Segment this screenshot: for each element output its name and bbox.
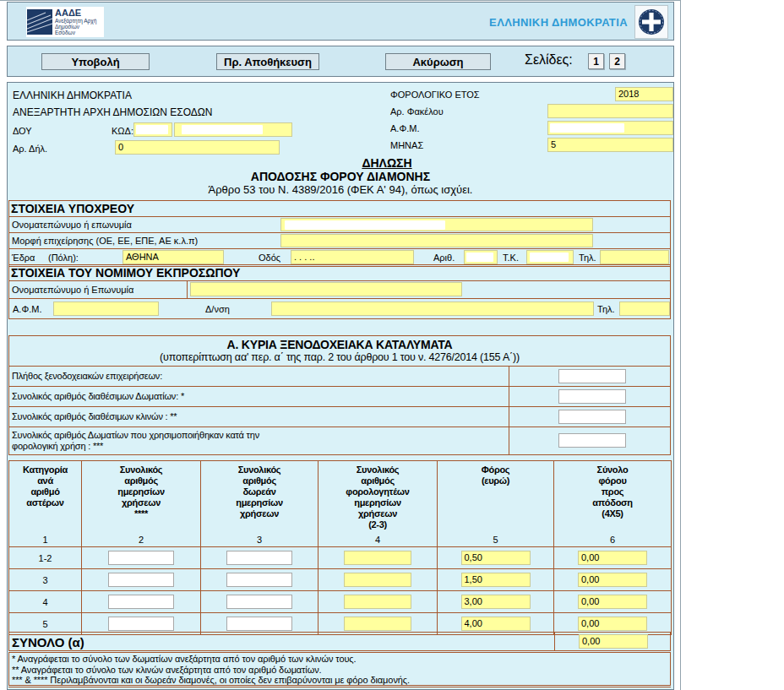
divider xyxy=(509,367,509,386)
aade-logo-subtitle: Ανεξάρτητη Αρχή Δημοσίων Εσόδων xyxy=(55,18,99,35)
uses-input-r0[interactable] xyxy=(108,551,174,565)
kod-label: ΚΩΔ: xyxy=(112,126,133,136)
rooms-available-input[interactable] xyxy=(558,389,626,404)
afm-label: Α.Φ.Μ. xyxy=(390,123,419,133)
rep-name-field[interactable] xyxy=(190,282,462,296)
uses-input-r1[interactable] xyxy=(108,573,174,587)
divider xyxy=(509,387,509,406)
city-field[interactable]: ΑΘΗΝΑ xyxy=(122,250,224,264)
obligor-section: ΣΤΟΙΧΕΙΑ ΥΠΟΧΡΕΟΥ Ονοματεπώνυμο ή επωνυμ… xyxy=(8,200,671,267)
business-form-label: Μορφή επιχείρησης (ΟΕ, ΕΕ, ΕΠΕ, ΑΕ κ.λ.π… xyxy=(12,236,198,246)
form-title-line1: ΔΗΛΩΣΗ xyxy=(8,156,720,170)
grand-total-field[interactable]: 0,00 xyxy=(579,634,648,649)
declaration-number-field[interactable]: 0 xyxy=(115,140,280,155)
afm-field[interactable] xyxy=(547,121,673,135)
divider xyxy=(187,281,188,298)
rep-phone-field[interactable] xyxy=(619,302,670,316)
table-row: 4 3,00 0,00 xyxy=(9,591,672,613)
representative-heading: ΣΤΟΙΧΕΙΑ ΤΟΥ ΝΟΜΙΜΟΥ ΕΚΠΡΟΣΩΠΟΥ xyxy=(9,265,670,281)
footnote-1: * Αναγράφεται το σύνολο των δωματίων ανε… xyxy=(12,654,667,665)
month-label: ΜΗΝΑΣ xyxy=(390,140,423,150)
row-total-field-r2[interactable]: 0,00 xyxy=(578,595,647,609)
footnotes: * Αναγράφεται το σύνολο των δωματίων ανε… xyxy=(8,652,671,686)
rep-name-row: Ονοματεπώνυμο ή Επωνυμία xyxy=(9,281,670,298)
redacted-value xyxy=(136,125,168,134)
taxable-uses-field-r3[interactable] xyxy=(344,617,411,631)
category-cell: 4 xyxy=(9,591,82,613)
free-uses-input-r0[interactable] xyxy=(226,551,292,565)
col-header-category: Κατηγορία ανά αριθμό αστέρων1 xyxy=(9,461,82,547)
rate-table-header-row: Κατηγορία ανά αριθμό αστέρων1 Συνολικός … xyxy=(9,461,672,547)
taxable-uses-field-r0[interactable] xyxy=(344,551,411,565)
city-label: (Πόλη): xyxy=(48,253,79,263)
beds-available-label: Συνολικός αριθμός διαθέσιμων κλινών : ** xyxy=(12,411,177,421)
col-header-taxable-uses: Συνολικός αριθμός φορολογητέων ημερησίων… xyxy=(318,461,438,547)
row-total-field-r3[interactable]: 0,00 xyxy=(578,617,647,631)
hotel-count-input[interactable] xyxy=(558,369,626,383)
agency-line2: ΑΝΕΞΑΡΤΗΤΗ ΑΡΧΗ ΔΗΜΟΣΙΩΝ ΕΣΟΔΩΝ xyxy=(13,106,212,118)
row-total-field-r1[interactable]: 0,00 xyxy=(578,573,647,587)
window-frame-top xyxy=(0,0,681,1)
uses-input-r3[interactable] xyxy=(108,617,174,631)
tax-year-field[interactable]: 2018 xyxy=(615,87,673,101)
free-uses-input-r1[interactable] xyxy=(226,573,292,587)
app-header: ΑΑΔΕ Ανεξάρτητη Αρχή Δημοσίων Εσόδων ΕΛΛ… xyxy=(7,2,674,41)
free-uses-input-r3[interactable] xyxy=(226,617,292,631)
footnote-3: *** & **** Περιλαμβάνονται και οι δωρεάν… xyxy=(12,675,667,686)
divider xyxy=(509,407,509,426)
rep-address-label: Δ/νση xyxy=(205,304,230,314)
page-2-button[interactable]: 2 xyxy=(609,53,625,69)
col-header-uses: Συνολικός αριθμός ημερησίων χρήσεων ****… xyxy=(82,461,201,547)
obligor-name-field[interactable] xyxy=(280,218,593,231)
form-title-line3: Άρθρο 53 του Ν. 4389/2016 (ΦΕΚ Α' 94), ό… xyxy=(8,183,673,196)
divider xyxy=(509,427,509,454)
business-form-field[interactable] xyxy=(280,234,593,247)
doy-code-field-2[interactable] xyxy=(174,122,292,137)
col-header-free-uses: Συνολικός αριθμός δωρεάν ημερησίων χρήσε… xyxy=(201,461,318,547)
beds-available-input[interactable] xyxy=(558,410,626,424)
total-label: ΣΥΝΟΛΟ (α) xyxy=(12,635,84,649)
rate-field-r0[interactable]: 0,50 xyxy=(461,551,531,565)
rep-afm-field[interactable] xyxy=(53,302,159,316)
section-a-title: Α. ΚΥΡΙΑ ΞΕΝΟΔΟΧΕΙΑΚΑ ΚΑΤΑΛΥΜΑΤΑ xyxy=(9,338,670,351)
submit-button[interactable]: Υποβολή xyxy=(41,53,150,70)
aade-logo-title: ΑΑΔΕ xyxy=(55,8,99,18)
uses-input-r2[interactable] xyxy=(108,595,174,609)
rep-address-field[interactable] xyxy=(271,302,594,316)
page-1-button[interactable]: 1 xyxy=(588,53,604,69)
street-field[interactable]: . . . .. xyxy=(291,250,414,264)
aade-logo-icon xyxy=(27,9,52,35)
postal-code-field[interactable] xyxy=(526,250,574,264)
cancel-button[interactable]: Ακύρωση xyxy=(385,53,491,70)
save-draft-button[interactable]: Πρ. Αποθήκευση xyxy=(216,53,319,70)
street-number-field[interactable] xyxy=(464,250,498,264)
rate-field-r1[interactable]: 1,50 xyxy=(461,573,531,587)
row-total-field-r0[interactable]: 0,00 xyxy=(578,551,647,565)
greek-emblem-icon xyxy=(634,5,668,39)
table-row: 3 1,50 0,00 xyxy=(9,569,672,591)
doy-label: ΔΟΥ xyxy=(13,126,32,136)
section-a-row: Πλήθος ξενοδοχειακών επιχειρήσεων: xyxy=(9,367,670,386)
obligor-name-label: Ονοματεπώνυμο ή επωνυμία xyxy=(12,220,132,230)
month-field[interactable]: 5 xyxy=(547,138,673,152)
file-number-field[interactable] xyxy=(547,104,673,118)
redacted-value xyxy=(466,253,493,262)
pages-label: Σελίδες: xyxy=(525,52,573,68)
phone-field[interactable] xyxy=(600,250,669,264)
redacted-value xyxy=(285,220,445,230)
taxable-uses-field-r1[interactable] xyxy=(344,573,411,587)
rooms-used-input[interactable] xyxy=(558,433,626,448)
taxable-uses-field-r2[interactable] xyxy=(344,595,411,609)
obligor-address-row: Έδρα (Πόλη): ΑΘΗΝΑ Οδός . . . .. Αριθ. Τ… xyxy=(9,248,670,266)
free-uses-input-r2[interactable] xyxy=(226,595,292,609)
section-a-row: Συνολικός αριθμός διαθέσιμων Δωματίων: * xyxy=(9,386,670,406)
doy-code-field-1[interactable] xyxy=(133,122,172,137)
file-number-label: Αρ. Φακέλου xyxy=(390,106,444,117)
category-cell: 3 xyxy=(9,569,82,591)
rooms-available-label: Συνολικός αριθμός διαθέσιμων Δωματίων: * xyxy=(12,391,184,401)
rate-field-r2[interactable]: 3,00 xyxy=(461,595,531,609)
rep-contact-row: Α.Φ.Μ. Δ/νση Τηλ. xyxy=(9,298,670,318)
rate-field-r3[interactable]: 4,00 xyxy=(461,617,531,631)
rate-table: Κατηγορία ανά αριθμό αστέρων1 Συνολικός … xyxy=(8,460,672,635)
obligor-name-row: Ονοματεπώνυμο ή επωνυμία xyxy=(9,217,670,232)
